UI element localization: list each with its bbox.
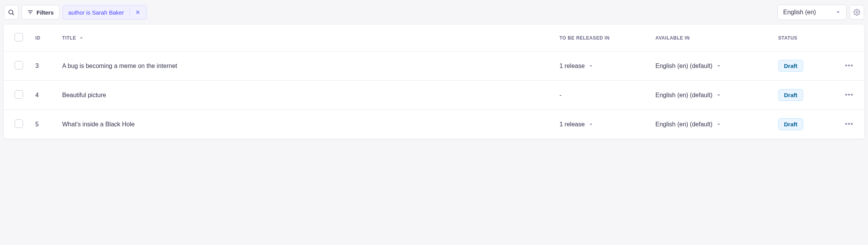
chevron-down-icon xyxy=(716,64,721,68)
row-actions-menu[interactable]: ••• xyxy=(845,120,853,128)
row-release: - xyxy=(559,92,561,98)
svg-rect-4 xyxy=(30,13,31,14)
active-filter-chip[interactable]: author is Sarah Baker xyxy=(63,5,147,20)
row-available[interactable]: English (en) (default) xyxy=(655,121,721,128)
row-available[interactable]: English (en) (default) xyxy=(655,92,721,99)
column-header-status[interactable]: STATUS xyxy=(772,25,837,51)
filter-icon xyxy=(27,9,33,15)
row-title: What's inside a Black Hole xyxy=(56,110,553,139)
more-icon: ••• xyxy=(845,62,853,70)
settings-button[interactable] xyxy=(850,5,864,20)
status-badge: Draft xyxy=(778,89,803,101)
more-icon: ••• xyxy=(845,91,853,99)
row-actions-menu[interactable]: ••• xyxy=(845,91,853,99)
row-title: A bug is becoming a meme on the internet xyxy=(56,51,553,81)
chevron-down-icon xyxy=(589,122,593,127)
locale-label: English (en) xyxy=(783,9,816,16)
filter-chip-text: author is Sarah Baker xyxy=(68,9,124,16)
filter-chip-divider xyxy=(129,8,130,17)
gear-icon xyxy=(853,9,860,16)
row-release[interactable]: 1 release xyxy=(559,63,593,70)
sort-asc-icon xyxy=(79,36,84,40)
row-release[interactable]: 1 release xyxy=(559,121,593,128)
svg-line-1 xyxy=(12,13,13,15)
row-id: 3 xyxy=(29,51,56,81)
search-button[interactable] xyxy=(4,5,18,20)
locale-select[interactable]: English (en) xyxy=(777,5,847,20)
column-header-title[interactable]: TITLE xyxy=(56,25,553,51)
status-badge: Draft xyxy=(778,118,803,130)
svg-rect-3 xyxy=(29,12,32,13)
close-icon xyxy=(135,10,140,15)
row-checkbox[interactable] xyxy=(15,119,23,128)
filters-button[interactable]: Filters xyxy=(21,5,59,20)
select-all-checkbox[interactable] xyxy=(15,33,23,41)
row-checkbox[interactable] xyxy=(15,90,23,99)
row-actions-menu[interactable]: ••• xyxy=(845,62,853,70)
more-icon: ••• xyxy=(845,120,853,128)
toolbar: Filters author is Sarah Baker English (e… xyxy=(4,4,864,25)
chevron-down-icon xyxy=(589,64,593,68)
row-id: 4 xyxy=(29,81,56,110)
filters-label: Filters xyxy=(36,9,54,16)
search-icon xyxy=(8,9,15,16)
chevron-down-icon xyxy=(716,93,721,98)
data-table-panel: ID TITLE TO BE RELEASED IN xyxy=(4,25,864,139)
chevron-down-icon xyxy=(716,122,721,127)
row-checkbox[interactable] xyxy=(15,61,23,70)
column-header-available[interactable]: AVAILABLE IN xyxy=(649,25,772,51)
row-title: Beautiful picture xyxy=(56,81,553,110)
row-available[interactable]: English (en) (default) xyxy=(655,63,721,70)
svg-rect-2 xyxy=(28,10,33,11)
column-header-release[interactable]: TO BE RELEASED IN xyxy=(553,25,649,51)
table-row[interactable]: 4Beautiful picture-English (en) (default… xyxy=(4,81,864,110)
row-id: 5 xyxy=(29,110,56,139)
table-row[interactable]: 5What's inside a Black Hole1 releaseEngl… xyxy=(4,110,864,139)
status-badge: Draft xyxy=(778,60,803,72)
filter-chip-remove[interactable] xyxy=(133,7,143,17)
column-header-id[interactable]: ID xyxy=(29,25,56,51)
table-row[interactable]: 3A bug is becoming a meme on the interne… xyxy=(4,51,864,81)
svg-point-7 xyxy=(856,12,858,13)
data-table: ID TITLE TO BE RELEASED IN xyxy=(4,25,864,139)
chevron-down-icon xyxy=(835,10,841,15)
